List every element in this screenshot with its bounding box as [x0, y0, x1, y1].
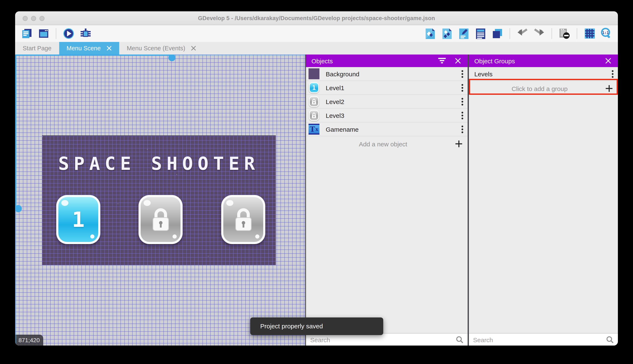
- groups-search-bar: [469, 334, 618, 346]
- search-icon: [456, 336, 463, 344]
- tab-label: Menu Scene (Events): [127, 45, 185, 52]
- tab-label: Menu Scene: [67, 45, 101, 52]
- vertical-scrollbar-thumb[interactable]: [15, 205, 22, 212]
- add-group-label: Click to add a group: [474, 85, 605, 92]
- object-menu-icon[interactable]: [461, 84, 463, 92]
- minimize-window-button[interactable]: [31, 16, 36, 21]
- scene-window-icon[interactable]: [38, 28, 49, 39]
- level1-button-thumbnail: 1: [308, 82, 320, 93]
- star-decorations: [42, 136, 43, 137]
- add-new-object-label: Add a new object: [311, 140, 455, 148]
- project-manager-icon[interactable]: [21, 28, 32, 39]
- group-menu-icon[interactable]: [611, 70, 614, 78]
- undo-icon[interactable]: [517, 28, 528, 39]
- instances-list-icon[interactable]: [475, 28, 486, 39]
- objects-panel-title: Objects: [311, 57, 430, 64]
- locked-button-thumbnail: [308, 110, 320, 121]
- tab-menu-scene-events[interactable]: Menu Scene (Events): [119, 42, 204, 54]
- plus-icon: [455, 140, 463, 148]
- editor-tabs: Start Page Menu Scene Menu Scene (Events…: [15, 42, 618, 54]
- object-row-background[interactable]: Background: [306, 67, 468, 81]
- horizontal-scrollbar-thumb[interactable]: [168, 54, 175, 61]
- level1-label: 1: [72, 207, 85, 232]
- object-label: Level3: [326, 112, 461, 119]
- toolbar-right-group: 1:1: [424, 28, 612, 39]
- group-label: Levels: [474, 70, 611, 77]
- objects-search-input[interactable]: [310, 336, 456, 343]
- object-label: Level2: [326, 98, 461, 105]
- tab-start-page[interactable]: Start Page: [15, 42, 59, 54]
- toolbar-divider: [577, 28, 577, 39]
- gloss-decoration: [144, 200, 151, 206]
- game-scene-background[interactable]: SPACE SHOOTER 1: [42, 136, 276, 265]
- text-object-thumbnail: Tx: [308, 124, 320, 134]
- main-content: SPACE SHOOTER 1: [15, 54, 618, 346]
- object-row-level3[interactable]: Level3: [306, 108, 468, 122]
- gloss-decoration: [255, 234, 259, 238]
- gloss-decoration: [90, 234, 94, 238]
- object-row-level1[interactable]: 1 Level1: [306, 81, 468, 95]
- instances-mask-icon[interactable]: [559, 28, 570, 39]
- close-panel-icon[interactable]: [454, 56, 462, 65]
- objects-panel-header: Objects: [306, 54, 468, 67]
- redo-icon[interactable]: [533, 28, 545, 39]
- title-bar: GDevelop 5 - /Users/dkarakay/Documents/G…: [15, 11, 618, 25]
- level3-button-object[interactable]: [221, 195, 265, 244]
- vertical-scrollbar[interactable]: [15, 54, 16, 346]
- properties-icon[interactable]: [458, 28, 469, 39]
- game-title-text: SPACE SHOOTER: [42, 153, 276, 174]
- groups-search-input[interactable]: [473, 336, 606, 343]
- lock-icon: [234, 207, 253, 232]
- object-groups-panel: Object Groups Levels Click to add a grou…: [469, 54, 618, 346]
- group-row-levels[interactable]: Levels: [469, 67, 618, 81]
- tab-menu-scene[interactable]: Menu Scene: [59, 42, 119, 54]
- debug-icon[interactable]: [80, 28, 91, 39]
- objects-search-bar: [306, 334, 468, 346]
- gloss-decoration: [226, 200, 233, 206]
- object-groups-icon[interactable]: [441, 28, 453, 39]
- object-groups-list: Levels Click to add a group: [469, 67, 618, 334]
- plus-icon: [605, 85, 613, 92]
- toolbar-left-group: [21, 28, 91, 39]
- object-menu-icon[interactable]: [461, 125, 463, 133]
- object-menu-icon[interactable]: [461, 98, 463, 106]
- svg-text:1:1: 1:1: [602, 30, 609, 35]
- grid-icon[interactable]: [584, 28, 595, 39]
- close-window-button[interactable]: [23, 16, 28, 21]
- traffic-lights: [23, 16, 45, 21]
- window-title: GDevelop 5 - /Users/dkarakay/Documents/G…: [198, 15, 435, 21]
- gloss-decoration: [61, 200, 68, 206]
- toolbar-divider: [56, 28, 56, 39]
- preview-play-icon[interactable]: [63, 28, 74, 39]
- close-panel-icon[interactable]: [604, 56, 612, 65]
- object-groups-panel-title: Object Groups: [474, 57, 596, 64]
- object-menu-icon[interactable]: [461, 111, 463, 119]
- zoom-1-1-icon[interactable]: 1:1: [601, 28, 612, 39]
- object-row-gamename[interactable]: Tx Gamename: [306, 122, 468, 136]
- object-label: Gamename: [326, 126, 461, 133]
- gloss-decoration: [173, 234, 177, 238]
- layers-icon[interactable]: [492, 28, 503, 39]
- object-label: Level1: [326, 84, 461, 91]
- objects-list: Background 1 Level1 Level2: [306, 67, 468, 334]
- search-icon: [606, 336, 614, 344]
- close-tab-icon[interactable]: [107, 46, 112, 51]
- add-group-button[interactable]: Click to add a group: [469, 81, 618, 96]
- screen: GDevelop 5 - /Users/dkarakay/Documents/G…: [0, 0, 633, 364]
- level2-button-object[interactable]: [139, 195, 183, 244]
- scene-canvas[interactable]: SPACE SHOOTER 1: [15, 54, 305, 346]
- horizontal-scrollbar[interactable]: [15, 54, 305, 56]
- cursor-coordinates: 871;420: [15, 335, 43, 346]
- object-menu-icon[interactable]: [461, 70, 463, 78]
- filter-icon[interactable]: [438, 56, 446, 65]
- horizontal-scrollbar-fill: [15, 54, 172, 56]
- toolbar-divider: [510, 28, 510, 39]
- object-row-level2[interactable]: Level2: [306, 95, 468, 108]
- lock-icon: [151, 207, 170, 232]
- objects-editor-icon[interactable]: [424, 28, 436, 39]
- zoom-window-button[interactable]: [40, 16, 45, 21]
- level1-button-object[interactable]: 1: [56, 195, 100, 244]
- object-groups-panel-header: Object Groups: [469, 54, 618, 67]
- close-tab-icon[interactable]: [191, 46, 196, 51]
- add-new-object-button[interactable]: Add a new object: [306, 136, 468, 152]
